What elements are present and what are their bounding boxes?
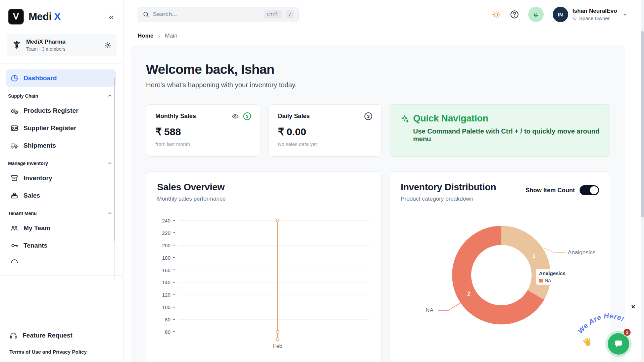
people-icon (10, 224, 18, 232)
dollar-circle-icon: $ (364, 112, 372, 120)
team-selector[interactable]: MediX Pharma Team - 3 members (7, 34, 116, 56)
section-supply-chain[interactable]: Supply Chain (6, 87, 116, 102)
chat-bubble-icon (613, 339, 624, 349)
avatar[interactable]: IN (553, 7, 568, 22)
daily-sales-amount: 0.00 (287, 126, 306, 138)
page-subtitle: Here’s what’s happening with your invent… (146, 81, 610, 89)
user-role: Space Owner (573, 15, 617, 21)
rupee-symbol: ₹ (278, 126, 284, 138)
ledger-card-icon (10, 124, 18, 132)
sidebar: V MediX « MediX Pharma Team - 3 members (0, 0, 123, 362)
team-settings-gear-icon[interactable] (104, 42, 111, 49)
monthly-sales-value: ₹588 (155, 126, 251, 138)
sidebar-item-products-register[interactable]: Products Register (6, 102, 116, 119)
donut-tooltip: Analgesics NA (536, 269, 568, 285)
daily-sales-note: No sales data yet (278, 141, 372, 147)
user-menu[interactable]: IN Ishan NeuralEvo Space Owner (553, 7, 629, 22)
stats-row: Monthly Sales $ ₹588 f (146, 104, 610, 157)
close-icon[interactable]: × (631, 303, 635, 310)
sidebar-item-label: Sales (23, 192, 40, 199)
sidebar-item-dashboard[interactable]: Dashboard (6, 69, 116, 87)
headphones-icon (9, 331, 17, 340)
sidebar-footer: Feature Request Terms of Use and Privacy… (0, 331, 123, 362)
sidebar-item-shipments[interactable]: Shipments (6, 137, 116, 154)
quick-nav-title: Quick Navigation (413, 113, 488, 124)
breadcrumb-separator: › (158, 32, 160, 40)
help-icon[interactable] (510, 10, 519, 19)
brand-logo-icon: V (8, 9, 24, 24)
nav-item-partial[interactable] (6, 258, 116, 263)
section-manage-inventory[interactable]: Manage Inventory (6, 154, 116, 169)
quick-navigation-card: Quick Navigation Use Command Palette wit… (390, 104, 610, 157)
donut-label-na: NA (426, 307, 434, 314)
section-tenant-menu[interactable]: Tenant Menu (6, 204, 116, 219)
truck-icon (10, 142, 18, 150)
show-item-count-toggle[interactable] (580, 185, 599, 195)
search-bar[interactable]: Ctrl / (138, 7, 299, 22)
sales-chart: 2402202001801601401201008060 Feb (157, 218, 370, 353)
archive-box-icon (10, 174, 18, 182)
page-title: Welcome back, Ishan (146, 62, 610, 77)
chevron-down-icon[interactable] (622, 11, 629, 18)
feature-request-label: Feature Request (22, 332, 72, 339)
page-scrollbar-thumb[interactable] (641, 31, 644, 217)
sidebar-scrollbar-thumb[interactable] (114, 78, 115, 241)
sidebar-item-label: My Team (23, 224, 50, 232)
team-name: MediX Pharma (26, 39, 65, 45)
dollar-circle-icon: $ (243, 112, 251, 120)
sidebar-item-my-team[interactable]: My Team (6, 219, 116, 237)
sales-overview-title: Sales Overview (157, 182, 370, 193)
eye-icon[interactable] (232, 113, 239, 120)
legal-links: Terms of Use and Privacy Policy (9, 349, 114, 355)
conjunction-text: and (42, 349, 51, 355)
sidebar-item-label: Supplier Register (23, 124, 76, 132)
user-info: Ishan NeuralEvo Space Owner (573, 8, 617, 21)
rupee-symbol: ₹ (155, 126, 162, 138)
user-role-label: Space Owner (579, 15, 610, 21)
sales-overview-card: Sales Overview Monthly sales performance… (146, 171, 382, 362)
pills-icon (10, 107, 18, 115)
chat-unread-badge: 1 (623, 328, 631, 337)
clipped-item-icon (10, 258, 18, 263)
sidebar-item-label: Shipments (23, 142, 56, 149)
brand-row: V MediX « (0, 0, 123, 32)
inventory-header: Inventory Distribution Product category … (401, 182, 496, 202)
notifications-bell-icon[interactable] (528, 7, 544, 22)
terms-of-use-link[interactable]: Terms of Use (9, 349, 41, 355)
search-icon (143, 11, 149, 18)
search-input[interactable] (153, 11, 260, 18)
tooltip-series: Analgesics (539, 270, 565, 276)
sidebar-item-tenants[interactable]: Tenants (6, 237, 116, 254)
sales-overview-subtitle: Monthly sales performance (157, 196, 370, 202)
tooltip-swatch (539, 279, 543, 282)
sidebar-item-supplier-register[interactable]: Supplier Register (6, 119, 116, 137)
daily-sales-title: Daily Sales (278, 113, 310, 120)
y-axis: 2402202001801601401201008060 (157, 220, 175, 339)
monthly-sales-title: Monthly Sales (155, 113, 196, 120)
feature-request-button[interactable]: Feature Request (9, 331, 114, 340)
privacy-policy-link[interactable]: Privacy Policy (53, 349, 87, 355)
caduceus-icon (12, 40, 22, 51)
breadcrumb-current: Main (165, 33, 178, 39)
breadcrumb-home[interactable]: Home (138, 33, 153, 39)
item-count-toggle-group: Show Item Count (526, 185, 599, 195)
inventory-title: Inventory Distribution (401, 182, 496, 193)
sidebar-item-inventory[interactable]: Inventory (6, 169, 116, 187)
svg-text:We Are Here!: We Are Here! (575, 310, 627, 335)
breadcrumb: Home › Main (123, 29, 644, 40)
sidebar-collapse-icon[interactable]: « (108, 11, 115, 22)
chevron-up-icon (107, 210, 113, 216)
inventory-subtitle: Product category breakdown (401, 196, 496, 202)
chat-widget: × We Are Here! 1 (563, 294, 640, 359)
sidebar-item-label: Dashboard (23, 74, 57, 82)
sidebar-item-sales[interactable]: Sales (6, 187, 116, 204)
team-info: MediX Pharma Team - 3 members (26, 39, 65, 52)
charts-row: Sales Overview Monthly sales performance… (146, 171, 610, 362)
monthly-sales-note: from last month (155, 141, 251, 147)
chevron-up-icon (107, 160, 113, 166)
theme-toggle-sun-icon[interactable] (492, 10, 501, 19)
plot-area: Feb (179, 220, 369, 339)
brand-name: MediX (29, 11, 61, 23)
sparkles-icon (400, 114, 409, 123)
daily-sales-card: Daily Sales $ ₹0.00 No sales data yet (268, 104, 382, 157)
